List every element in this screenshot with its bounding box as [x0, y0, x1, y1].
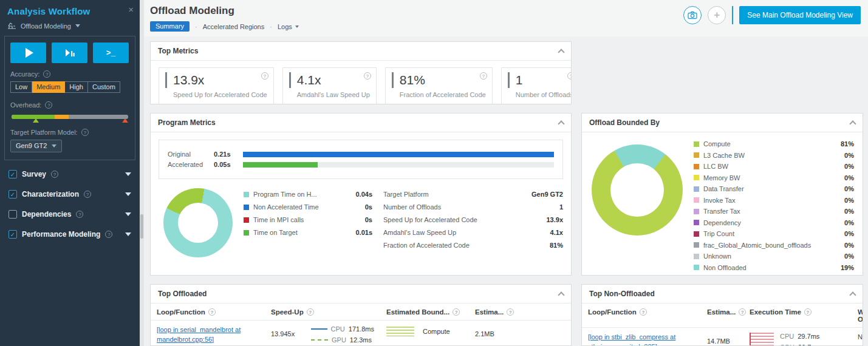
- metric-help-icon[interactable]: ?: [261, 72, 268, 80]
- survey-expand-icon[interactable]: [125, 172, 131, 176]
- bounded-by-legend-item: Invoke Tax0%: [694, 197, 854, 204]
- bounded-by-legend-item: Dependency0%: [694, 219, 854, 226]
- collect-and-report-button[interactable]: [52, 42, 87, 63]
- overhead-marker-high-icon[interactable]: [122, 118, 128, 123]
- column-help-icon[interactable]: ?: [804, 308, 812, 316]
- tab-logs[interactable]: Logs: [270, 23, 299, 30]
- metric-card-speedup: ? 13.9x Speed Up for Accelerated Code: [159, 67, 274, 104]
- accuracy-option-low[interactable]: Low: [10, 81, 32, 93]
- collapse-chevron-icon[interactable]: [558, 120, 564, 127]
- gpu-line-icon: [311, 339, 328, 341]
- metric-help-icon[interactable]: ?: [364, 72, 371, 80]
- accuracy-label: Accuracy:: [10, 70, 39, 78]
- column-header: Execution Time: [750, 308, 801, 316]
- characterization-checkbox[interactable]: [9, 190, 17, 198]
- overhead-marker-low-icon[interactable]: [33, 118, 39, 123]
- collapse-chevron-icon[interactable]: [558, 49, 564, 55]
- tab-accelerated-regions[interactable]: Accelerated Regions: [195, 23, 264, 30]
- why-not-offloaded-text: Not profitable because of offload overhe…: [852, 333, 863, 345]
- legend-color-swatch: [694, 254, 699, 259]
- step-dependencies: Dependencies ?: [9, 210, 131, 219]
- collapse-chevron-icon[interactable]: [849, 291, 856, 298]
- legend-color-swatch: [694, 152, 699, 158]
- collapse-chevron-icon[interactable]: [849, 120, 856, 127]
- legend-value: 0%: [835, 174, 854, 181]
- legend-label: Non Offloaded: [703, 264, 830, 271]
- bound-sparkline-icon: [386, 327, 414, 336]
- table-row: [loop in stbi_zlib_compress at stb_image…: [582, 328, 863, 345]
- splitter-handle[interactable]: [140, 214, 143, 239]
- accuracy-option-custom[interactable]: Custom: [88, 81, 120, 93]
- overhead-help-icon[interactable]: ?: [45, 101, 52, 109]
- tab-label: Accelerated Regions: [203, 23, 265, 30]
- bar-fill: [243, 152, 554, 157]
- speedup-chart-cell: CPU171.8ms GPU12.3ms: [305, 325, 380, 345]
- legend-item: Non Accelerated Time 0s: [244, 203, 372, 211]
- dependencies-checkbox[interactable]: [9, 210, 17, 219]
- legend-label: Time on Target: [253, 229, 345, 236]
- column-help-icon[interactable]: ?: [307, 308, 314, 316]
- gpu-label: GPU: [780, 344, 795, 345]
- target-platform-dropdown[interactable]: Gen9 GT2: [10, 140, 62, 152]
- characterization-help-icon[interactable]: ?: [84, 191, 91, 198]
- command-line-button[interactable]: >_: [93, 42, 129, 63]
- bounded-by-legend-item: LLC BW0%: [694, 163, 854, 170]
- overhead-slider[interactable]: [12, 115, 128, 119]
- close-icon[interactable]: ×: [128, 4, 134, 15]
- column-help-icon[interactable]: ?: [507, 308, 514, 316]
- chevron-down-icon: [295, 25, 299, 28]
- bar-row-original: Original 0.21s: [168, 151, 554, 158]
- collapse-chevron-icon[interactable]: [558, 291, 564, 298]
- estimated-data-value: 14.7MB: [701, 333, 743, 345]
- metric-value: 1: [508, 72, 572, 88]
- main-header: Offload Modeling Summary Accelerated Reg…: [144, 0, 868, 36]
- legend-label: Time in MPI calls: [253, 216, 345, 223]
- bar-row-accelerated: Accelerated 0.05s: [168, 161, 554, 168]
- column-help-icon[interactable]: ?: [453, 308, 460, 316]
- column-help-icon[interactable]: ?: [640, 308, 647, 316]
- legend-color-swatch: [694, 175, 699, 180]
- overhead-slider-orange-segment: [55, 115, 69, 119]
- main-area: Offload Modeling Summary Accelerated Reg…: [144, 0, 868, 346]
- performance-modeling-help-icon[interactable]: ?: [105, 231, 112, 238]
- metric-label: Fraction of Accelerated Code: [392, 91, 486, 98]
- sidebar-splitter[interactable]: [140, 0, 144, 346]
- tab-summary[interactable]: Summary: [150, 21, 190, 32]
- accuracy-option-medium[interactable]: Medium: [32, 81, 65, 93]
- accuracy-help-icon[interactable]: ?: [43, 70, 50, 78]
- top-offloaded-panel: Top Offloaded Loop/Function? Speed-Up? E…: [150, 284, 572, 346]
- loop-function-link[interactable]: [loop in stbi_zlib_compress at stb_image…: [588, 333, 675, 345]
- performance-modeling-expand-icon[interactable]: [125, 232, 131, 236]
- characterization-expand-icon[interactable]: [125, 192, 131, 196]
- loop-function-link[interactable]: [loop in serial_mandelbrot at mandelbrot…: [157, 326, 241, 343]
- legend-color-swatch: [694, 220, 699, 225]
- metric-help-icon[interactable]: ?: [567, 72, 572, 80]
- detail-row: Speed Up for Accelerated Code 13.9x: [383, 216, 563, 223]
- survey-checkbox[interactable]: [9, 170, 17, 178]
- legend-color-swatch: [694, 265, 699, 270]
- perspective-selector[interactable]: Offload Modeling: [7, 22, 132, 30]
- add-result-button[interactable]: +: [708, 6, 726, 24]
- see-main-view-button[interactable]: See Main Offload Modeling View: [739, 6, 861, 24]
- command-line-icon: >_: [106, 49, 116, 58]
- header-divider: [732, 6, 733, 24]
- legend-color-swatch: [244, 192, 249, 197]
- metric-help-icon[interactable]: ?: [480, 72, 487, 80]
- column-help-icon[interactable]: ?: [208, 308, 216, 316]
- legend-value: 81%: [835, 140, 854, 148]
- workflow-controls-box: >_ Accuracy: ? Low Medium High Custom Ov…: [4, 36, 135, 160]
- bar-label: Original: [168, 151, 209, 158]
- target-platform-help-icon[interactable]: ?: [81, 129, 89, 136]
- legend-label: Program Time on H...: [253, 191, 345, 198]
- survey-help-icon[interactable]: ?: [51, 171, 58, 178]
- run-analysis-button[interactable]: [10, 42, 46, 63]
- performance-modeling-checkbox[interactable]: [9, 230, 17, 239]
- dependencies-help-icon[interactable]: ?: [76, 211, 83, 218]
- target-platform-label: Target Platform Model:: [10, 129, 78, 136]
- accuracy-option-high[interactable]: High: [65, 81, 88, 93]
- bar-value: 0.21s: [214, 151, 238, 158]
- detail-row: Target Platform Gen9 GT2: [383, 191, 563, 198]
- perspective-label: Offload Modeling: [21, 22, 71, 30]
- dependencies-expand-icon[interactable]: [125, 212, 131, 216]
- snapshot-button[interactable]: [683, 6, 702, 24]
